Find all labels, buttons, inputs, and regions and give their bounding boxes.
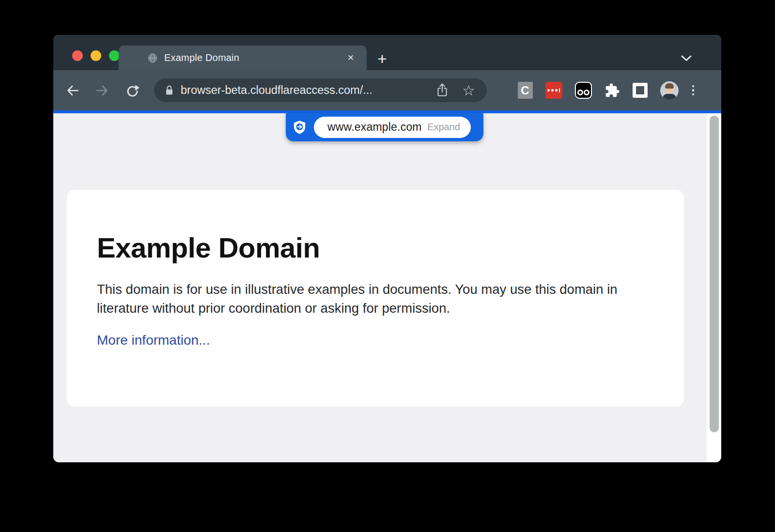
browser-menu-icon[interactable] bbox=[691, 82, 696, 99]
page-paragraph: This domain is for use in illustrative e… bbox=[97, 280, 654, 318]
scrollbar-track[interactable] bbox=[707, 113, 721, 462]
page-viewport: www.example.com Expand Example Domain Th… bbox=[53, 113, 721, 462]
c-extension-icon[interactable]: C bbox=[518, 82, 533, 99]
share-icon[interactable] bbox=[436, 83, 449, 98]
glasses-extension-icon[interactable] bbox=[575, 82, 592, 99]
tab-close-icon[interactable]: ✕ bbox=[344, 52, 357, 64]
lock-icon bbox=[165, 84, 174, 96]
forward-arrow-icon bbox=[95, 84, 109, 97]
extension-row: C bbox=[518, 70, 696, 110]
content-card: Example Domain This domain is for use in… bbox=[67, 190, 684, 407]
side-panel-icon[interactable] bbox=[633, 83, 648, 98]
tab-strip: Example Domain ✕ + bbox=[53, 35, 721, 70]
screenshot-stage: Example Domain ✕ + bbox=[0, 0, 775, 532]
back-button[interactable] bbox=[63, 81, 82, 100]
scrollbar-thumb[interactable] bbox=[710, 116, 719, 432]
close-window-button[interactable] bbox=[72, 50, 83, 61]
back-arrow-icon bbox=[66, 84, 79, 97]
chevron-down-icon[interactable] bbox=[681, 55, 692, 61]
globe-favicon-icon bbox=[147, 52, 158, 64]
isolated-hostname: www.example.com bbox=[327, 121, 422, 134]
page-title: Example Domain bbox=[97, 231, 654, 264]
forward-button[interactable] bbox=[93, 81, 111, 100]
tab-title: Example Domain bbox=[164, 52, 344, 63]
bookmark-star-icon[interactable]: ☆ bbox=[462, 83, 475, 98]
more-information-link[interactable]: More information... bbox=[97, 333, 210, 348]
expand-button[interactable]: Expand bbox=[427, 122, 460, 133]
minimize-window-button[interactable] bbox=[91, 50, 101, 61]
shield-arrow-icon bbox=[292, 120, 307, 135]
new-tab-button[interactable]: + bbox=[373, 49, 391, 68]
tab-example-domain[interactable]: Example Domain ✕ bbox=[119, 46, 367, 70]
url-text: browser-beta.cloudflareaccess.com/... bbox=[181, 84, 436, 97]
zoom-window-button[interactable] bbox=[109, 50, 120, 61]
extensions-puzzle-icon[interactable] bbox=[604, 83, 620, 98]
address-bar[interactable]: browser-beta.cloudflareaccess.com/... ☆ bbox=[154, 78, 487, 102]
reload-button[interactable] bbox=[123, 81, 141, 100]
lastpass-extension-icon[interactable] bbox=[545, 82, 562, 99]
isolation-callout: www.example.com Expand bbox=[286, 113, 483, 141]
isolated-hostname-pill[interactable]: www.example.com Expand bbox=[314, 117, 471, 138]
profile-avatar[interactable] bbox=[660, 81, 679, 100]
browser-window: Example Domain ✕ + bbox=[53, 35, 721, 462]
toolbar: browser-beta.cloudflareaccess.com/... ☆ … bbox=[53, 70, 721, 110]
reload-icon bbox=[125, 84, 140, 98]
window-controls bbox=[72, 50, 120, 61]
